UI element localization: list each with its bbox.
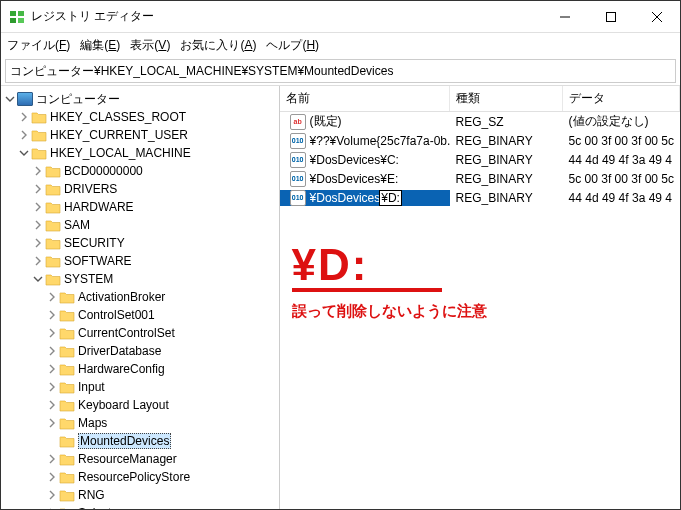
- svg-rect-3: [18, 18, 24, 23]
- tree-item[interactable]: HARDWARE: [3, 198, 277, 216]
- menu-help[interactable]: ヘルプ(H): [266, 37, 319, 54]
- value-row[interactable]: 010 ¥DosDevices¥C: REG_BINARY 44 4d 49 4…: [280, 150, 680, 169]
- chevron-right-icon[interactable]: [45, 470, 59, 484]
- binary-value-icon: 010: [290, 133, 306, 149]
- svg-rect-1: [18, 11, 24, 16]
- folder-icon: [59, 362, 75, 376]
- tree-label: HKEY_LOCAL_MACHINE: [50, 146, 191, 160]
- tree-root[interactable]: コンピューター: [3, 90, 277, 108]
- tree-item[interactable]: HKEY_CURRENT_USER: [3, 126, 277, 144]
- col-name[interactable]: 名前: [280, 86, 450, 111]
- annotation-warning: 誤って削除しないように注意: [292, 302, 487, 321]
- tree-item[interactable]: SOFTWARE: [3, 252, 277, 270]
- folder-icon: [45, 254, 61, 268]
- tree-pane[interactable]: コンピューターHKEY_CLASSES_ROOTHKEY_CURRENT_USE…: [1, 86, 280, 509]
- chevron-down-icon[interactable]: [17, 146, 31, 160]
- col-type[interactable]: 種類: [450, 86, 563, 111]
- tree-item[interactable]: SYSTEM: [3, 270, 277, 288]
- tree-item[interactable]: Select: [3, 504, 277, 509]
- chevron-right-icon[interactable]: [31, 254, 45, 268]
- tree-item[interactable]: RNG: [3, 486, 277, 504]
- chevron-right-icon[interactable]: [45, 416, 59, 430]
- chevron-right-icon[interactable]: [31, 236, 45, 250]
- menu-edit[interactable]: 編集(E): [80, 37, 120, 54]
- tree-label: Keyboard Layout: [78, 398, 169, 412]
- value-row[interactable]: 010 ¥DosDevices¥E: REG_BINARY 5c 00 3f 0…: [280, 169, 680, 188]
- value-row[interactable]: 010 ¥??¥Volume{25c7fa7a-0b... REG_BINARY…: [280, 131, 680, 150]
- chevron-right-icon[interactable]: [45, 398, 59, 412]
- folder-icon: [59, 416, 75, 430]
- value-name-cell: ab (既定): [280, 113, 450, 130]
- chevron-right-icon[interactable]: [31, 182, 45, 196]
- tree-item[interactable]: SAM: [3, 216, 277, 234]
- svg-rect-5: [607, 12, 616, 21]
- chevron-down-icon[interactable]: [31, 272, 45, 286]
- tree-item[interactable]: ActivationBroker: [3, 288, 277, 306]
- tree-item[interactable]: HKEY_LOCAL_MACHINE: [3, 144, 277, 162]
- value-data-cell: (値の設定なし): [563, 113, 680, 130]
- chevron-right-icon[interactable]: [45, 452, 59, 466]
- menu-favorites[interactable]: お気に入り(A): [180, 37, 256, 54]
- value-name-cell: 010 ¥DosDevices¥E:: [280, 171, 450, 187]
- content-area: コンピューターHKEY_CLASSES_ROOTHKEY_CURRENT_USE…: [1, 85, 680, 509]
- value-row[interactable]: ab (既定) REG_SZ (値の設定なし): [280, 112, 680, 131]
- spacer: [45, 434, 59, 448]
- tree-item[interactable]: ControlSet001: [3, 306, 277, 324]
- address-bar[interactable]: コンピューター¥HKEY_LOCAL_MACHINE¥SYSTEM¥Mounte…: [5, 59, 676, 83]
- list-pane: 名前 種類 データ ab (既定) REG_SZ (値の設定なし) 010 ¥?…: [280, 86, 680, 509]
- chevron-right-icon[interactable]: [31, 164, 45, 178]
- tree-item[interactable]: ResourcePolicyStore: [3, 468, 277, 486]
- tree-item-selected[interactable]: MountedDevices: [3, 432, 277, 450]
- tree-item[interactable]: BCD00000000: [3, 162, 277, 180]
- folder-icon: [59, 326, 75, 340]
- value-type-cell: REG_BINARY: [450, 172, 563, 186]
- tree-item[interactable]: Maps: [3, 414, 277, 432]
- rename-edit[interactable]: ¥D:: [380, 191, 401, 205]
- tree-label: SAM: [64, 218, 90, 232]
- folder-icon: [59, 434, 75, 448]
- maximize-button[interactable]: [588, 1, 634, 32]
- menu-file[interactable]: ファイル(F): [7, 37, 70, 54]
- chevron-right-icon[interactable]: [45, 344, 59, 358]
- minimize-button[interactable]: [542, 1, 588, 32]
- chevron-right-icon[interactable]: [45, 362, 59, 376]
- chevron-right-icon[interactable]: [45, 308, 59, 322]
- chevron-right-icon[interactable]: [31, 200, 45, 214]
- tree-item[interactable]: DRIVERS: [3, 180, 277, 198]
- tree-item[interactable]: HKEY_CLASSES_ROOT: [3, 108, 277, 126]
- chevron-right-icon[interactable]: [45, 326, 59, 340]
- chevron-right-icon[interactable]: [45, 290, 59, 304]
- folder-icon: [45, 200, 61, 214]
- close-button[interactable]: [634, 1, 680, 32]
- tree-label: SYSTEM: [64, 272, 113, 286]
- tree-label: BCD00000000: [64, 164, 143, 178]
- tree-label: Input: [78, 380, 105, 394]
- tree-label: HKEY_CURRENT_USER: [50, 128, 188, 142]
- tree-item[interactable]: SECURITY: [3, 234, 277, 252]
- value-row[interactable]: 010 ¥DosDevices¥D: REG_BINARY 44 4d 49 4…: [280, 188, 680, 207]
- chevron-down-icon[interactable]: [3, 92, 17, 106]
- tree-label: HardwareConfig: [78, 362, 165, 376]
- folder-icon: [45, 218, 61, 232]
- tree-item[interactable]: Input: [3, 378, 277, 396]
- chevron-right-icon[interactable]: [45, 488, 59, 502]
- folder-icon: [31, 128, 47, 142]
- chevron-right-icon[interactable]: [45, 506, 59, 509]
- folder-icon: [31, 146, 47, 160]
- tree-item[interactable]: Keyboard Layout: [3, 396, 277, 414]
- col-data[interactable]: データ: [563, 86, 680, 111]
- tree-label: CurrentControlSet: [78, 326, 175, 340]
- tree-item[interactable]: ResourceManager: [3, 450, 277, 468]
- tree-label: HARDWARE: [64, 200, 134, 214]
- annotation-underline: [292, 288, 442, 292]
- tree-item[interactable]: DriverDatabase: [3, 342, 277, 360]
- chevron-right-icon[interactable]: [17, 128, 31, 142]
- chevron-right-icon[interactable]: [17, 110, 31, 124]
- tree-item[interactable]: CurrentControlSet: [3, 324, 277, 342]
- chevron-right-icon[interactable]: [45, 380, 59, 394]
- tree-item[interactable]: HardwareConfig: [3, 360, 277, 378]
- list-body[interactable]: ab (既定) REG_SZ (値の設定なし) 010 ¥??¥Volume{2…: [280, 112, 680, 509]
- binary-value-icon: 010: [290, 152, 306, 168]
- chevron-right-icon[interactable]: [31, 218, 45, 232]
- menu-view[interactable]: 表示(V): [130, 37, 170, 54]
